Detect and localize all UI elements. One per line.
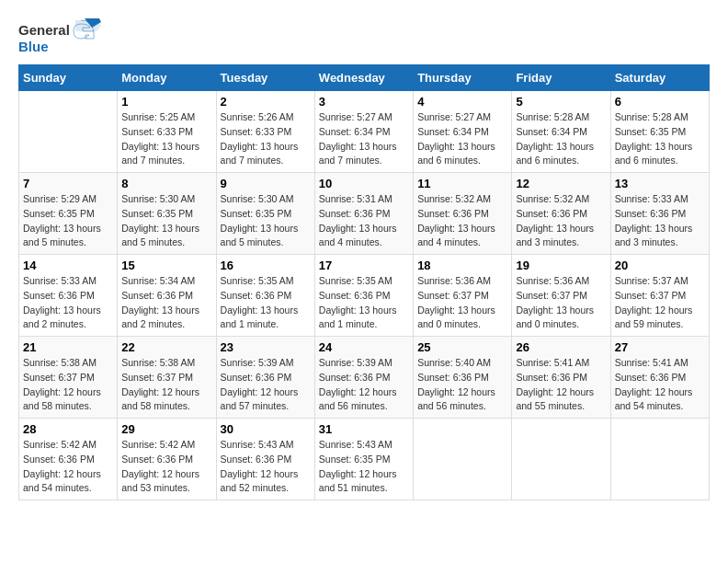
day-cell: 22Sunrise: 5:38 AMSunset: 6:37 PMDayligh… bbox=[118, 337, 216, 419]
day-number: 13 bbox=[615, 177, 705, 190]
day-cell bbox=[414, 419, 512, 500]
day-number: 19 bbox=[516, 259, 606, 272]
day-number: 10 bbox=[319, 177, 409, 190]
day-info: Sunrise: 5:34 AMSunset: 6:36 PMDaylight:… bbox=[121, 274, 211, 332]
weekday-header-thursday: Thursday bbox=[414, 65, 512, 91]
day-info: Sunrise: 5:32 AMSunset: 6:36 PMDaylight:… bbox=[516, 192, 606, 250]
day-info: Sunrise: 5:37 AMSunset: 6:37 PMDaylight:… bbox=[615, 274, 705, 332]
day-number: 20 bbox=[615, 259, 705, 272]
day-number: 16 bbox=[221, 259, 311, 272]
svg-text:General: General bbox=[18, 22, 70, 38]
day-cell bbox=[512, 419, 610, 500]
day-cell: 17Sunrise: 5:35 AMSunset: 6:36 PMDayligh… bbox=[314, 255, 413, 337]
day-info: Sunrise: 5:26 AMSunset: 6:33 PMDaylight:… bbox=[221, 110, 311, 168]
day-cell: 4Sunrise: 5:27 AMSunset: 6:34 PMDaylight… bbox=[414, 91, 512, 173]
day-cell: 25Sunrise: 5:40 AMSunset: 6:36 PMDayligh… bbox=[414, 337, 512, 419]
day-info: Sunrise: 5:27 AMSunset: 6:34 PMDaylight:… bbox=[417, 110, 507, 168]
day-cell bbox=[19, 91, 118, 173]
day-info: Sunrise: 5:39 AMSunset: 6:36 PMDaylight:… bbox=[319, 356, 409, 414]
week-row-2: 7Sunrise: 5:29 AMSunset: 6:35 PMDaylight… bbox=[19, 173, 710, 255]
day-info: Sunrise: 5:42 AMSunset: 6:36 PMDaylight:… bbox=[121, 438, 211, 496]
day-cell: 1Sunrise: 5:25 AMSunset: 6:33 PMDaylight… bbox=[118, 91, 216, 173]
day-number: 29 bbox=[121, 422, 211, 436]
day-info: Sunrise: 5:33 AMSunset: 6:36 PMDaylight:… bbox=[615, 192, 705, 250]
day-cell: 12Sunrise: 5:32 AMSunset: 6:36 PMDayligh… bbox=[512, 173, 610, 255]
weekday-header-saturday: Saturday bbox=[610, 65, 709, 91]
day-number: 4 bbox=[417, 95, 507, 109]
day-number: 27 bbox=[615, 340, 705, 354]
day-cell: 27Sunrise: 5:41 AMSunset: 6:36 PMDayligh… bbox=[610, 337, 709, 419]
weekday-header-row: SundayMondayTuesdayWednesdayThursdayFrid… bbox=[19, 65, 710, 91]
day-number: 1 bbox=[121, 95, 211, 109]
day-cell: 14Sunrise: 5:33 AMSunset: 6:36 PMDayligh… bbox=[19, 255, 118, 337]
logo: General Blue bbox=[18, 18, 101, 55]
day-number: 28 bbox=[23, 422, 113, 436]
day-cell: 19Sunrise: 5:36 AMSunset: 6:37 PMDayligh… bbox=[512, 255, 610, 337]
day-info: Sunrise: 5:39 AMSunset: 6:36 PMDaylight:… bbox=[221, 356, 311, 414]
day-number: 12 bbox=[516, 177, 606, 190]
day-cell: 9Sunrise: 5:30 AMSunset: 6:35 PMDaylight… bbox=[216, 173, 314, 255]
day-number: 23 bbox=[221, 340, 311, 354]
day-info: Sunrise: 5:38 AMSunset: 6:37 PMDaylight:… bbox=[121, 356, 211, 414]
day-number: 6 bbox=[615, 95, 705, 109]
weekday-header-wednesday: Wednesday bbox=[314, 65, 413, 91]
day-info: Sunrise: 5:30 AMSunset: 6:35 PMDaylight:… bbox=[221, 192, 311, 250]
day-cell: 30Sunrise: 5:43 AMSunset: 6:36 PMDayligh… bbox=[216, 419, 314, 500]
day-number: 25 bbox=[417, 340, 507, 354]
day-info: Sunrise: 5:43 AMSunset: 6:36 PMDaylight:… bbox=[221, 438, 311, 496]
weekday-header-sunday: Sunday bbox=[19, 65, 118, 91]
day-cell: 26Sunrise: 5:41 AMSunset: 6:36 PMDayligh… bbox=[512, 337, 610, 419]
day-cell: 24Sunrise: 5:39 AMSunset: 6:36 PMDayligh… bbox=[314, 337, 413, 419]
day-info: Sunrise: 5:35 AMSunset: 6:36 PMDaylight:… bbox=[319, 274, 409, 332]
day-number: 7 bbox=[23, 177, 113, 190]
day-info: Sunrise: 5:40 AMSunset: 6:36 PMDaylight:… bbox=[417, 356, 507, 414]
day-cell: 3Sunrise: 5:27 AMSunset: 6:34 PMDaylight… bbox=[314, 91, 413, 173]
day-cell: 7Sunrise: 5:29 AMSunset: 6:35 PMDaylight… bbox=[19, 173, 118, 255]
day-info: Sunrise: 5:25 AMSunset: 6:33 PMDaylight:… bbox=[121, 110, 211, 168]
week-row-1: 1Sunrise: 5:25 AMSunset: 6:33 PMDaylight… bbox=[19, 91, 710, 173]
weekday-header-friday: Friday bbox=[512, 65, 610, 91]
day-info: Sunrise: 5:30 AMSunset: 6:35 PMDaylight:… bbox=[121, 192, 211, 250]
logo-svg: General Blue bbox=[18, 18, 101, 55]
day-number: 24 bbox=[319, 340, 409, 354]
day-cell: 10Sunrise: 5:31 AMSunset: 6:36 PMDayligh… bbox=[314, 173, 413, 255]
day-number: 15 bbox=[121, 259, 211, 272]
day-number: 8 bbox=[121, 177, 211, 190]
day-cell: 2Sunrise: 5:26 AMSunset: 6:33 PMDaylight… bbox=[216, 91, 314, 173]
day-info: Sunrise: 5:36 AMSunset: 6:37 PMDaylight:… bbox=[516, 274, 606, 332]
day-info: Sunrise: 5:27 AMSunset: 6:34 PMDaylight:… bbox=[319, 110, 409, 168]
day-cell: 31Sunrise: 5:43 AMSunset: 6:35 PMDayligh… bbox=[314, 419, 413, 500]
day-info: Sunrise: 5:41 AMSunset: 6:36 PMDaylight:… bbox=[615, 356, 705, 414]
day-info: Sunrise: 5:41 AMSunset: 6:36 PMDaylight:… bbox=[516, 356, 606, 414]
weekday-header-tuesday: Tuesday bbox=[216, 65, 314, 91]
day-cell: 11Sunrise: 5:32 AMSunset: 6:36 PMDayligh… bbox=[414, 173, 512, 255]
page-header: General Blue bbox=[18, 18, 710, 55]
day-cell: 5Sunrise: 5:28 AMSunset: 6:34 PMDaylight… bbox=[512, 91, 610, 173]
day-cell: 13Sunrise: 5:33 AMSunset: 6:36 PMDayligh… bbox=[610, 173, 709, 255]
day-cell bbox=[610, 419, 709, 500]
day-number: 2 bbox=[221, 95, 311, 109]
week-row-4: 21Sunrise: 5:38 AMSunset: 6:37 PMDayligh… bbox=[19, 337, 710, 419]
day-cell: 21Sunrise: 5:38 AMSunset: 6:37 PMDayligh… bbox=[19, 337, 118, 419]
day-cell: 23Sunrise: 5:39 AMSunset: 6:36 PMDayligh… bbox=[216, 337, 314, 419]
day-info: Sunrise: 5:32 AMSunset: 6:36 PMDaylight:… bbox=[417, 192, 507, 250]
day-number: 5 bbox=[516, 95, 606, 109]
day-cell: 15Sunrise: 5:34 AMSunset: 6:36 PMDayligh… bbox=[118, 255, 216, 337]
day-cell: 18Sunrise: 5:36 AMSunset: 6:37 PMDayligh… bbox=[414, 255, 512, 337]
calendar-table: SundayMondayTuesdayWednesdayThursdayFrid… bbox=[18, 64, 710, 500]
day-number: 17 bbox=[319, 259, 409, 272]
day-info: Sunrise: 5:31 AMSunset: 6:36 PMDaylight:… bbox=[319, 192, 409, 250]
day-number: 26 bbox=[516, 340, 606, 354]
day-cell: 6Sunrise: 5:28 AMSunset: 6:35 PMDaylight… bbox=[610, 91, 709, 173]
day-number: 31 bbox=[319, 422, 409, 436]
week-row-3: 14Sunrise: 5:33 AMSunset: 6:36 PMDayligh… bbox=[19, 255, 710, 337]
day-number: 22 bbox=[121, 340, 211, 354]
day-info: Sunrise: 5:35 AMSunset: 6:36 PMDaylight:… bbox=[221, 274, 311, 332]
day-number: 11 bbox=[417, 177, 507, 190]
day-info: Sunrise: 5:43 AMSunset: 6:35 PMDaylight:… bbox=[319, 438, 409, 496]
day-info: Sunrise: 5:42 AMSunset: 6:36 PMDaylight:… bbox=[23, 438, 113, 496]
day-info: Sunrise: 5:38 AMSunset: 6:37 PMDaylight:… bbox=[23, 356, 113, 414]
day-number: 18 bbox=[417, 259, 507, 272]
day-number: 21 bbox=[23, 340, 113, 354]
day-number: 30 bbox=[221, 422, 311, 436]
